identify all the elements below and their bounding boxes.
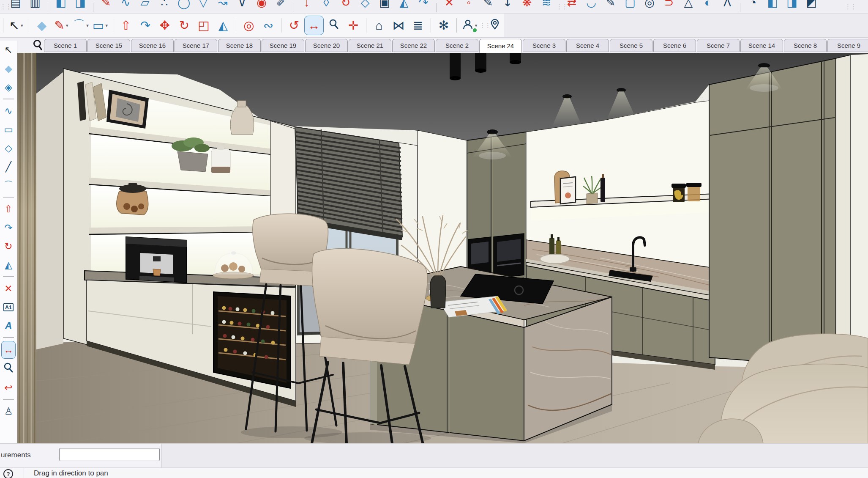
previous-view-tool-button[interactable]: ↩ <box>2 379 15 396</box>
flip-tool-button[interactable]: ◭ <box>214 16 232 35</box>
circle-points-tool-button[interactable]: ◉ <box>252 0 271 11</box>
model-viewport[interactable] <box>17 53 868 443</box>
account-tool-button[interactable]: ▾ <box>460 16 479 35</box>
orbit-tool-button[interactable]: ↺ <box>285 16 303 35</box>
rotate-tool-button[interactable]: ↻ <box>2 238 15 255</box>
polygon-tool-button[interactable]: ◇ <box>2 140 15 157</box>
dropdown-caret-icon[interactable]: ▾ <box>475 23 478 28</box>
dropdown-caret-icon[interactable]: ▾ <box>21 23 23 28</box>
flip-tool-button[interactable]: ◭ <box>2 256 15 273</box>
scene-tab-scene-4[interactable]: Scene 4 <box>566 39 609 52</box>
scene-tab-scene-24[interactable]: Scene 24 <box>479 39 522 53</box>
zoom-extents-tool-button[interactable]: ✛ <box>344 16 363 35</box>
mirror-tool-tool-button[interactable]: ◭ <box>394 0 414 11</box>
spin-tool-tool-button[interactable]: ↻ <box>336 0 355 11</box>
arc-rotate-tool-button[interactable]: ↷ <box>414 0 433 11</box>
scene-tab-scene-18[interactable]: Scene 18 <box>218 39 261 52</box>
rectangle-tool-button[interactable]: ▭▾ <box>91 16 109 35</box>
move-tool-button[interactable]: ✥ <box>156 16 174 35</box>
axes-tool-tool-button[interactable]: ✕ <box>439 0 459 11</box>
freehand-tool-button[interactable]: ∿ <box>2 102 15 119</box>
box-right-tool-button[interactable]: ◨ <box>782 0 802 11</box>
shaded-prism-tool-button[interactable]: ◧ <box>51 0 71 11</box>
u-tool-tool-button[interactable]: ◡ <box>581 0 601 11</box>
scene-tab-scene-9[interactable]: Scene 9 <box>827 39 868 52</box>
dimensions-tool-button[interactable]: A1 <box>2 299 15 316</box>
scene-tab-scene-8[interactable]: Scene 8 <box>784 39 827 52</box>
speech-tool-tool-button[interactable]: ◔ <box>743 0 763 11</box>
drop-down-tool-tool-button[interactable]: ↓ <box>297 0 317 11</box>
vertex-tool-tool-button[interactable]: ∨ <box>232 0 252 11</box>
point-chain-tool-button[interactable]: ∴ <box>155 0 174 11</box>
squiggle-tool-tool-button[interactable]: ↝ <box>213 0 232 11</box>
layers-tool-button[interactable]: ≣ <box>409 16 427 35</box>
scene-tab-scene-21[interactable]: Scene 21 <box>349 39 391 52</box>
toolbar-drag-handle[interactable]: ⋮⋮ <box>0 5 6 9</box>
scene-search-icon[interactable] <box>32 39 44 52</box>
red-pencil-tool-button[interactable]: ✎ <box>96 0 116 11</box>
scene-tab-scene-2[interactable]: Scene 2 <box>436 39 478 52</box>
zoom-tool-button[interactable] <box>325 16 343 35</box>
walk-tool-button[interactable]: ♙ <box>2 403 15 420</box>
line-tool-button[interactable]: ╱ <box>2 158 15 175</box>
toolbar-drag-handle[interactable]: ⋮⋮ <box>845 5 851 9</box>
measurements-input[interactable] <box>59 448 160 461</box>
shaded-face-tool-button[interactable]: ◨ <box>71 0 90 11</box>
follow-me-tool-button[interactable]: ↷ <box>136 16 155 35</box>
two-point-arc-tool-button[interactable]: ⌒ <box>2 177 15 194</box>
follow-me-tool-button[interactable]: ↷ <box>2 219 15 236</box>
3d-text-tool-button[interactable]: A <box>2 317 15 334</box>
swap-arrows-tool-button[interactable]: ⇄ <box>562 0 581 11</box>
oval-tool-tool-button[interactable]: ◯ <box>174 0 194 11</box>
drop-to-line-tool-button[interactable]: ↧ <box>498 0 517 11</box>
sprinkle-tool-tool-button[interactable]: ❋ <box>517 0 537 11</box>
toolbar-drag-handle[interactable]: ⋮⋮ <box>479 23 485 27</box>
scene-tab-scene-7[interactable]: Scene 7 <box>697 39 740 52</box>
scene-tab-scene-19[interactable]: Scene 19 <box>262 39 304 52</box>
spray-tool-tool-button[interactable]: ≋ <box>537 0 556 11</box>
scene-tab-scene-3[interactable]: Scene 3 <box>523 39 565 52</box>
select-tool-button[interactable]: ↖ <box>2 41 15 58</box>
quad-face-tool-button[interactable]: ▱ <box>135 0 155 11</box>
eraser-tool-button[interactable]: ◆ <box>33 16 51 35</box>
lamp-tool-tool-button[interactable]: △ <box>679 0 698 11</box>
axes-tool-button[interactable]: ✕ <box>2 280 15 297</box>
scene-tab-scene-22[interactable]: Scene 22 <box>392 39 435 52</box>
prism-tool-tool-button[interactable]: ◊ <box>317 0 336 11</box>
intersect-tool-button[interactable]: ∾ <box>259 16 278 35</box>
dropdown-caret-icon[interactable]: ▾ <box>86 23 89 28</box>
dropdown-caret-icon[interactable]: ▾ <box>66 23 68 28</box>
zoom-tool-button[interactable] <box>2 360 15 377</box>
rotate-tool-button[interactable]: ↻ <box>175 16 194 35</box>
pen-points-tool-button[interactable]: ✐ <box>271 0 291 11</box>
components-tool-button[interactable]: ⌂ <box>370 16 388 35</box>
trapezoid-tool-tool-button[interactable]: ▽ <box>194 0 213 11</box>
views-panel-tool-button[interactable]: ▥ <box>25 0 45 11</box>
pipe-tool-tool-button[interactable]: ⊃ <box>659 0 679 11</box>
bezier-curve-tool-button[interactable]: ∿ <box>116 0 135 11</box>
materials-tool-button[interactable]: ⋈ <box>389 16 408 35</box>
box-corner-tool-button[interactable]: ◩ <box>802 0 821 11</box>
lambda-tool-tool-button[interactable]: Λ <box>718 0 737 11</box>
toolbar-drag-handle[interactable]: ⋮⋮ <box>556 5 562 9</box>
scene-tab-scene-17[interactable]: Scene 17 <box>175 39 217 52</box>
geolocation-tool-button[interactable] <box>486 16 504 35</box>
marquee-select-tool-button[interactable]: ▢ <box>620 0 640 11</box>
scale-tool-button[interactable]: ◰ <box>194 16 213 35</box>
style-settings-tool-button[interactable]: ✻ <box>434 16 453 35</box>
soft-eraser-tool-button[interactable]: ◇ <box>355 0 375 11</box>
disc-tool-tool-button[interactable]: ◐ <box>698 0 718 11</box>
dropdown-caret-icon[interactable]: ▾ <box>105 23 108 28</box>
scene-tab-scene-20[interactable]: Scene 20 <box>305 39 348 52</box>
tag-tool-button[interactable]: ◈ <box>2 79 15 96</box>
scene-tab-scene-16[interactable]: Scene 16 <box>131 39 174 52</box>
offset-tool-button[interactable]: ◎ <box>240 16 258 35</box>
context-help-icon[interactable]: ? <box>3 469 13 478</box>
zoom-target-tool-button[interactable]: ◎ <box>640 0 659 11</box>
push-pull-tool-button[interactable]: ⇧ <box>117 16 135 35</box>
scene-tab-scene-1[interactable]: Scene 1 <box>44 39 87 52</box>
scene-tab-scene-15[interactable]: Scene 15 <box>87 39 130 52</box>
scene-tab-scene-14[interactable]: Scene 14 <box>740 39 783 52</box>
push-pull-tool-button[interactable]: ⇧ <box>2 201 15 217</box>
arc-tool-button[interactable]: ⌒▾ <box>71 16 90 35</box>
